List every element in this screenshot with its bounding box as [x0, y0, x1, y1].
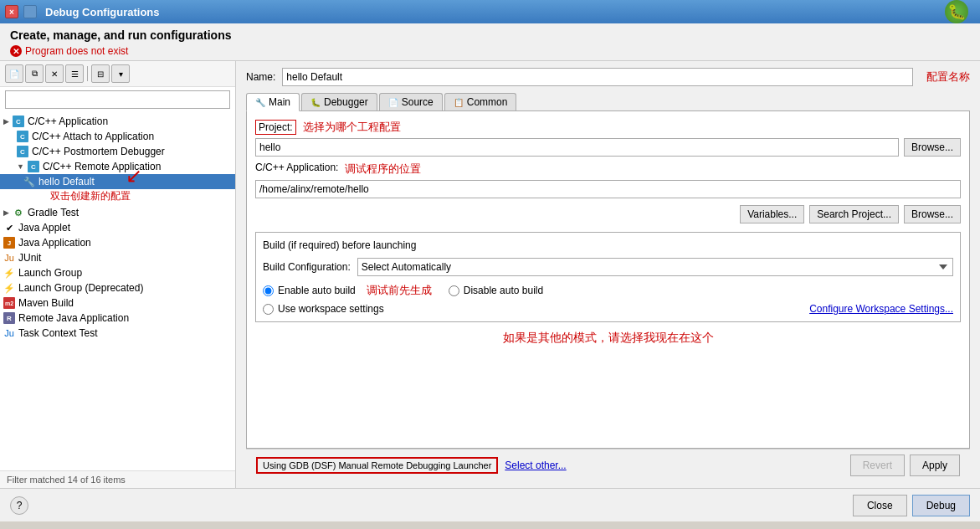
minimize-button[interactable] — [23, 5, 37, 18]
tree-label: Java Applet — [18, 222, 70, 234]
launch-icon: ⚡ — [3, 282, 15, 294]
cpp-icon: C — [17, 146, 28, 157]
name-input[interactable] — [282, 68, 913, 86]
tree-label: C/C++ Attach to Application — [32, 131, 154, 142]
radio-row-1: Enable auto build 调试前先生成 Disable auto bu… — [263, 283, 953, 298]
tree-label: Launch Group (Deprecated) — [18, 282, 143, 294]
error-message: ✕ Program does not exist — [10, 45, 970, 57]
toolbar-separator — [87, 66, 88, 81]
help-button[interactable]: ? — [10, 496, 28, 515]
tab-common-label: Common — [467, 96, 508, 108]
launcher-row: Using GDB (DSF) Manual Remote Debugging … — [246, 449, 970, 481]
main-content: 📄 ⧉ ✕ ☰ ⊟ ▾ ▶ C C/C++ Application C C/C+… — [0, 61, 980, 488]
tree-item-cpp-postmortem[interactable]: C C/C++ Postmortem Debugger — [0, 144, 235, 159]
workspace-row: Use workspace settings Configure Workspa… — [263, 303, 953, 315]
project-input-row: Browse... — [255, 138, 961, 157]
collapse-button[interactable]: ⊟ — [91, 64, 110, 83]
close-button-bottom[interactable]: Close — [853, 495, 907, 516]
project-browse-button[interactable]: Browse... — [904, 138, 961, 157]
maven-icon: m2 — [3, 297, 15, 309]
delete-button[interactable]: ✕ — [45, 64, 64, 83]
tab-source[interactable]: 📄 Source — [379, 93, 443, 110]
tree-label: Launch Group — [18, 267, 82, 279]
tree-item-launch-group-dep[interactable]: ⚡ Launch Group (Deprecated) — [0, 280, 235, 295]
debug-button[interactable]: Debug — [912, 495, 970, 516]
tree-item-cpp-remote[interactable]: ▼ C C/C++ Remote Application — [0, 159, 235, 174]
cpp-browse-button[interactable]: Browse... — [904, 205, 961, 223]
enable-auto-build-label: Enable auto build — [278, 285, 356, 296]
name-row: Name: 配置名称 — [246, 68, 970, 86]
config-area: Project: 选择为哪个工程配置 Browse... C/C++ Appli… — [246, 111, 970, 449]
variables-button[interactable]: Variables... — [740, 205, 804, 223]
tree-label: Remote Java Application — [18, 312, 129, 324]
task-icon: Ju — [3, 327, 15, 339]
configure-workspace-link[interactable]: Configure Workspace Settings... — [809, 303, 953, 315]
launcher-annotation: 如果是其他的模式，请选择我现在在这个 — [255, 331, 961, 346]
disable-auto-build-input[interactable] — [449, 285, 459, 296]
use-workspace-radio[interactable]: Use workspace settings — [263, 303, 384, 315]
tree-item-junit[interactable]: Ju JUnit — [0, 250, 235, 265]
tab-common[interactable]: 📋 Common — [444, 93, 517, 110]
bottom-bar: ? Close Debug — [0, 488, 980, 521]
double-click-note: 双击创建新的配置 — [50, 190, 131, 202]
cpp-app-label-row: C/C++ Application: 调试程序的位置 — [255, 162, 961, 177]
enable-auto-build-input[interactable] — [263, 285, 274, 296]
select-other-link[interactable]: Select other... — [505, 460, 566, 471]
tree-item-cpp-app[interactable]: ▶ C C/C++ Application — [0, 114, 235, 129]
search-project-button[interactable]: Search Project... — [809, 205, 899, 223]
java-icon: J — [3, 237, 15, 249]
common-tab-icon: 📋 — [454, 98, 464, 107]
tree-item-hello-default[interactable]: 🔧 hello Default — [0, 174, 235, 189]
cpp-app-input[interactable] — [255, 180, 961, 198]
apply-button[interactable]: Apply — [910, 455, 960, 476]
duplicate-button[interactable]: ⧉ — [25, 64, 44, 83]
left-panel: 📄 ⧉ ✕ ☰ ⊟ ▾ ▶ C C/C++ Application C C/C+… — [0, 61, 236, 488]
expand-arrow: ▶ — [3, 117, 9, 126]
close-button[interactable]: × — [5, 5, 18, 18]
tab-debugger[interactable]: 🐛 Debugger — [301, 93, 377, 110]
annotation-area: ↙ 双击创建新的配置 — [0, 189, 235, 203]
bug-icon: 🐛 — [945, 0, 968, 23]
tree-item-java-applet[interactable]: ✔ Java Applet — [0, 220, 235, 235]
tree-item-gradle[interactable]: ▶ ⚙ Gradle Test — [0, 205, 235, 220]
tree-item-maven[interactable]: m2 Maven Build — [0, 295, 235, 311]
gradle-icon: ⚙ — [13, 207, 24, 218]
tree-item-launch-group[interactable]: ⚡ Launch Group — [0, 265, 235, 280]
build-config-row: Build Configuration: Select Automaticall… — [263, 258, 953, 276]
tab-main[interactable]: 🔧 Main — [246, 93, 300, 111]
filter-button[interactable]: ☰ — [65, 64, 84, 83]
tab-source-label: Source — [402, 96, 434, 108]
config-icon: 🔧 — [23, 176, 35, 187]
launcher-text[interactable]: Using GDB (DSF) Manual Remote Debugging … — [256, 457, 498, 474]
tree-label: C/C++ Postmortem Debugger — [32, 146, 165, 157]
header-area: Create, manage, and run configurations ✕… — [0, 23, 980, 61]
project-section: Project: 选择为哪个工程配置 Browse... — [255, 120, 961, 157]
disable-auto-build-radio[interactable]: Disable auto build — [449, 285, 543, 296]
tab-debugger-label: Debugger — [324, 96, 368, 108]
auto-build-annotation: 调试前先生成 — [367, 283, 432, 298]
build-config-select[interactable]: Select Automatically — [357, 258, 953, 276]
search-input[interactable] — [5, 90, 230, 109]
revert-button[interactable]: Revert — [850, 455, 905, 476]
project-label: Project: — [255, 120, 296, 135]
new-config-button[interactable]: 📄 — [5, 64, 23, 83]
name-annotation: 配置名称 — [926, 69, 970, 85]
tree-label: Maven Build — [18, 297, 74, 309]
tree-item-remote-java[interactable]: R Remote Java Application — [0, 311, 235, 326]
use-workspace-input[interactable] — [263, 304, 274, 315]
tree-item-task-context[interactable]: Ju Task Context Test — [0, 326, 235, 341]
search-box[interactable] — [5, 90, 230, 109]
tree-item-java-app[interactable]: J Java Application — [0, 235, 235, 250]
window-title: Debug Configurations — [45, 6, 160, 18]
menu-button[interactable]: ▾ — [111, 64, 130, 83]
cpp-app-label: C/C++ Application: — [255, 162, 338, 173]
tree-label: Java Application — [18, 237, 91, 249]
tree-item-cpp-attach[interactable]: C C/C++ Attach to Application — [0, 129, 235, 144]
project-input[interactable] — [255, 138, 899, 157]
tree-list: ▶ C C/C++ Application C C/C++ Attach to … — [0, 112, 235, 470]
expand-arrow-remote: ▼ — [17, 162, 24, 171]
junit-icon: Ju — [3, 252, 15, 264]
enable-auto-build-radio[interactable]: Enable auto build 调试前先生成 — [263, 283, 432, 298]
tabs: 🔧 Main 🐛 Debugger 📄 Source 📋 Common — [246, 93, 970, 111]
tab-main-label: Main — [269, 96, 290, 108]
